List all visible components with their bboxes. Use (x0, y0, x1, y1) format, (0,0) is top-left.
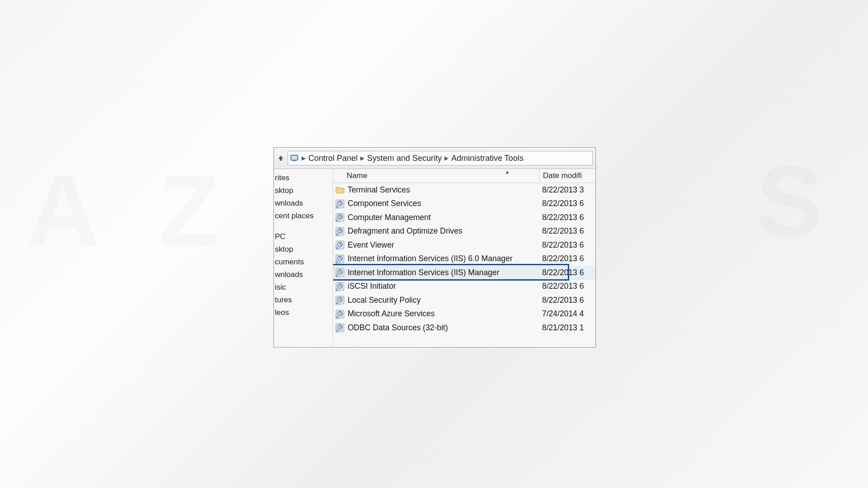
sidebar-item-music[interactable]: isic (274, 281, 333, 294)
file-row[interactable]: Internet Information Services (IIS) Mana… (333, 266, 595, 280)
file-date: 8/22/2013 6 (542, 268, 595, 277)
svg-rect-2 (293, 160, 296, 161)
file-row[interactable]: Event Viewer8/22/2013 6 (333, 238, 595, 252)
shortcut-icon (335, 240, 345, 250)
location-box[interactable]: ▶ Control Panel ▶ System and Security ▶ … (288, 151, 593, 165)
shortcut-icon (335, 309, 345, 319)
explorer-window: ▶ Control Panel ▶ System and Security ▶ … (274, 147, 596, 347)
file-row[interactable]: Defragment and Optimize Drives8/22/2013 … (333, 225, 595, 239)
address-bar: ▶ Control Panel ▶ System and Security ▶ … (274, 148, 595, 169)
file-row[interactable]: Internet Information Services (IIS) 6.0 … (333, 252, 595, 266)
shortcut-icon (335, 323, 345, 333)
breadcrumb-control-panel[interactable]: Control Panel (308, 154, 358, 163)
file-date: 8/22/2013 6 (542, 199, 595, 208)
shortcut-icon (335, 282, 345, 291)
file-name: Computer Management (345, 213, 542, 222)
file-name: Defragment and Optimize Drives (345, 226, 542, 236)
column-header-date[interactable]: Date modifi (539, 171, 595, 180)
shortcut-icon (335, 267, 345, 277)
file-row[interactable]: Microsoft Azure Services7/24/2014 4 (333, 307, 595, 321)
sidebar-item-downloads[interactable]: wnloads (274, 197, 333, 210)
watermark-text: S (756, 145, 841, 259)
file-row[interactable]: Terminal Services8/22/2013 3 (333, 183, 595, 197)
sidebar-item-documents[interactable]: cuments (274, 256, 333, 268)
file-name: Terminal Services (345, 185, 542, 195)
file-date: 7/24/2014 4 (542, 309, 595, 319)
file-date: 8/22/2013 6 (542, 226, 595, 236)
shortcut-icon (335, 254, 345, 264)
chevron-right-icon[interactable]: ▶ (302, 155, 306, 161)
file-row[interactable]: Computer Management8/22/2013 6 (333, 211, 595, 225)
file-row[interactable]: ODBC Data Sources (32-bit)8/21/2013 1 (333, 321, 595, 335)
file-list-pane: Name ▲ Date modifi Terminal Services8/22… (333, 169, 595, 347)
file-date: 8/22/2013 6 (542, 282, 595, 291)
file-name: Internet Information Services (IIS) Mana… (345, 268, 542, 277)
folder-icon (335, 185, 345, 195)
file-name: iSCSI Initiator (345, 282, 542, 291)
file-date: 8/21/2013 1 (542, 323, 595, 333)
sidebar-item-this-pc[interactable]: PC (274, 230, 333, 243)
shortcut-icon (335, 295, 345, 305)
file-row[interactable]: Local Security Policy8/22/2013 6 (333, 293, 595, 307)
sidebar-item-desktop[interactable]: sktop (274, 184, 333, 197)
file-rows: Terminal Services8/22/2013 3Component Se… (333, 183, 595, 335)
svg-rect-1 (292, 156, 297, 160)
file-name: Local Security Policy (345, 296, 542, 305)
shortcut-icon (335, 226, 345, 236)
column-headers: Name ▲ Date modifi (333, 169, 595, 183)
breadcrumb-admin-tools[interactable]: Administrative Tools (451, 154, 524, 163)
sidebar-item-pictures[interactable]: tures (274, 294, 333, 306)
shortcut-icon (335, 212, 345, 222)
file-date: 8/22/2013 6 (542, 240, 595, 250)
file-name: ODBC Data Sources (32-bit) (345, 323, 542, 333)
file-name: Internet Information Services (IIS) 6.0 … (345, 254, 542, 263)
chevron-right-icon[interactable]: ▶ (360, 155, 364, 161)
sidebar-item-desktop-2[interactable]: sktop (274, 243, 333, 256)
column-header-name-label: Name (347, 171, 367, 180)
file-name: Microsoft Azure Services (345, 309, 542, 319)
file-row[interactable]: Component Services8/22/2013 6 (333, 197, 595, 211)
sidebar-item-downloads-2[interactable]: wnloads (274, 268, 333, 281)
sort-ascending-icon: ▲ (505, 169, 509, 174)
file-name: Event Viewer (345, 240, 542, 250)
file-name: Component Services (345, 199, 542, 208)
chevron-right-icon[interactable]: ▶ (444, 155, 448, 161)
file-date: 8/22/2013 6 (542, 296, 595, 305)
file-date: 8/22/2013 6 (542, 213, 595, 222)
nav-up-icon[interactable] (276, 153, 286, 163)
file-date: 8/22/2013 3 (542, 185, 595, 195)
sidebar-item-favorites[interactable]: rites (274, 172, 333, 184)
file-row[interactable]: iSCSI Initiator8/22/2013 6 (333, 280, 595, 294)
sidebar-item-recent-places[interactable]: cent places (274, 210, 333, 222)
navigation-sidebar: rites sktop wnloads cent places PC sktop… (274, 169, 333, 347)
breadcrumb-system-security[interactable]: System and Security (367, 154, 442, 163)
shortcut-icon (335, 199, 345, 209)
control-panel-icon (290, 154, 299, 163)
sidebar-item-videos[interactable]: leos (274, 306, 333, 319)
file-date: 8/22/2013 6 (542, 254, 595, 263)
